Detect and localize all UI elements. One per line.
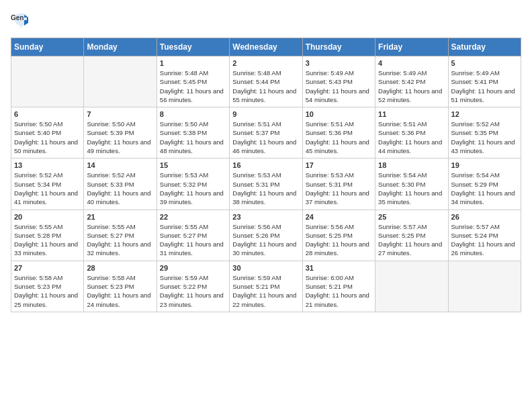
logo: Gen bbox=[11, 11, 32, 30]
calendar-cell: 31 Sunrise: 6:00 AM Sunset: 5:21 PM Dayl… bbox=[302, 261, 375, 312]
day-info: Sunrise: 5:52 AM Sunset: 5:33 PM Dayligh… bbox=[87, 171, 153, 206]
day-number: 23 bbox=[232, 213, 299, 221]
calendar-day-header: Saturday bbox=[448, 38, 521, 56]
calendar-cell bbox=[375, 261, 448, 312]
day-info: Sunrise: 5:50 AM Sunset: 5:40 PM Dayligh… bbox=[14, 120, 81, 155]
day-info: Sunrise: 5:58 AM Sunset: 5:23 PM Dayligh… bbox=[87, 273, 153, 309]
day-number: 20 bbox=[14, 213, 81, 221]
calendar-day-header: Thursday bbox=[302, 38, 375, 56]
day-number: 3 bbox=[306, 59, 372, 67]
calendar-cell: 28 Sunrise: 5:58 AM Sunset: 5:23 PM Dayl… bbox=[84, 261, 157, 312]
calendar-cell: 5 Sunrise: 5:49 AM Sunset: 5:41 PM Dayli… bbox=[448, 56, 521, 107]
day-number: 6 bbox=[14, 110, 81, 118]
calendar-cell bbox=[448, 261, 521, 312]
calendar-cell: 20 Sunrise: 5:55 AM Sunset: 5:28 PM Dayl… bbox=[11, 210, 84, 261]
day-info: Sunrise: 5:51 AM Sunset: 5:36 PM Dayligh… bbox=[378, 120, 445, 155]
calendar-cell: 15 Sunrise: 5:53 AM Sunset: 5:32 PM Dayl… bbox=[157, 158, 229, 210]
calendar-cell: 2 Sunrise: 5:48 AM Sunset: 5:44 PM Dayli… bbox=[230, 56, 302, 107]
day-info: Sunrise: 5:55 AM Sunset: 5:27 PM Dayligh… bbox=[160, 222, 226, 258]
day-number: 9 bbox=[232, 110, 299, 118]
day-number: 2 bbox=[232, 59, 299, 67]
day-info: Sunrise: 5:49 AM Sunset: 5:41 PM Dayligh… bbox=[451, 68, 518, 104]
calendar-cell: 18 Sunrise: 5:54 AM Sunset: 5:30 PM Dayl… bbox=[375, 158, 448, 210]
day-info: Sunrise: 5:56 AM Sunset: 5:26 PM Dayligh… bbox=[232, 222, 299, 258]
day-info: Sunrise: 6:00 AM Sunset: 5:21 PM Dayligh… bbox=[306, 273, 372, 309]
day-number: 21 bbox=[87, 213, 153, 221]
day-number: 18 bbox=[378, 161, 445, 169]
day-number: 30 bbox=[232, 264, 299, 272]
calendar-cell: 16 Sunrise: 5:53 AM Sunset: 5:31 PM Dayl… bbox=[230, 158, 302, 210]
calendar-cell: 26 Sunrise: 5:57 AM Sunset: 5:24 PM Dayl… bbox=[448, 210, 521, 261]
day-info: Sunrise: 5:53 AM Sunset: 5:31 PM Dayligh… bbox=[306, 171, 372, 206]
day-info: Sunrise: 5:49 AM Sunset: 5:42 PM Dayligh… bbox=[378, 68, 445, 104]
day-number: 22 bbox=[160, 213, 226, 221]
day-number: 29 bbox=[160, 264, 226, 272]
day-number: 10 bbox=[306, 110, 372, 118]
day-info: Sunrise: 5:53 AM Sunset: 5:32 PM Dayligh… bbox=[160, 171, 226, 206]
day-number: 13 bbox=[14, 161, 81, 169]
calendar-cell: 27 Sunrise: 5:58 AM Sunset: 5:23 PM Dayl… bbox=[11, 261, 84, 312]
day-info: Sunrise: 5:52 AM Sunset: 5:34 PM Dayligh… bbox=[14, 171, 81, 206]
day-number: 31 bbox=[306, 264, 372, 272]
calendar-cell: 13 Sunrise: 5:52 AM Sunset: 5:34 PM Dayl… bbox=[11, 158, 84, 210]
calendar-day-header: Sunday bbox=[11, 38, 84, 56]
calendar-day-header: Wednesday bbox=[230, 38, 302, 56]
calendar-day-header: Tuesday bbox=[157, 38, 229, 56]
calendar-cell: 23 Sunrise: 5:56 AM Sunset: 5:26 PM Dayl… bbox=[230, 210, 302, 261]
day-info: Sunrise: 5:52 AM Sunset: 5:35 PM Dayligh… bbox=[451, 120, 518, 155]
day-number: 27 bbox=[14, 264, 81, 272]
day-number: 15 bbox=[160, 161, 226, 169]
day-info: Sunrise: 5:56 AM Sunset: 5:25 PM Dayligh… bbox=[306, 222, 372, 258]
calendar-cell: 17 Sunrise: 5:53 AM Sunset: 5:31 PM Dayl… bbox=[302, 158, 375, 210]
calendar-cell: 4 Sunrise: 5:49 AM Sunset: 5:42 PM Dayli… bbox=[375, 56, 448, 107]
day-number: 14 bbox=[87, 161, 153, 169]
calendar-cell bbox=[11, 56, 84, 107]
calendar-cell: 12 Sunrise: 5:52 AM Sunset: 5:35 PM Dayl… bbox=[448, 107, 521, 158]
calendar-cell: 11 Sunrise: 5:51 AM Sunset: 5:36 PM Dayl… bbox=[375, 107, 448, 158]
calendar-day-header: Monday bbox=[84, 38, 157, 56]
calendar-cell: 19 Sunrise: 5:54 AM Sunset: 5:29 PM Dayl… bbox=[448, 158, 521, 210]
day-number: 1 bbox=[160, 59, 226, 67]
day-number: 11 bbox=[378, 110, 445, 118]
day-info: Sunrise: 5:50 AM Sunset: 5:39 PM Dayligh… bbox=[87, 120, 153, 155]
day-info: Sunrise: 5:50 AM Sunset: 5:38 PM Dayligh… bbox=[160, 120, 226, 155]
calendar-cell: 10 Sunrise: 5:51 AM Sunset: 5:36 PM Dayl… bbox=[302, 107, 375, 158]
calendar-cell: 29 Sunrise: 5:59 AM Sunset: 5:22 PM Dayl… bbox=[157, 261, 229, 312]
day-number: 12 bbox=[451, 110, 518, 118]
logo-icon: Gen bbox=[11, 11, 30, 30]
day-number: 24 bbox=[306, 213, 372, 221]
calendar-cell: 3 Sunrise: 5:49 AM Sunset: 5:43 PM Dayli… bbox=[302, 56, 375, 107]
day-info: Sunrise: 5:59 AM Sunset: 5:21 PM Dayligh… bbox=[232, 273, 299, 309]
day-number: 5 bbox=[451, 59, 518, 67]
calendar-day-header: Friday bbox=[375, 38, 448, 56]
day-number: 16 bbox=[232, 161, 299, 169]
calendar-cell: 9 Sunrise: 5:51 AM Sunset: 5:37 PM Dayli… bbox=[230, 107, 302, 158]
day-number: 25 bbox=[378, 213, 445, 221]
day-info: Sunrise: 5:55 AM Sunset: 5:27 PM Dayligh… bbox=[87, 222, 153, 258]
calendar-cell: 24 Sunrise: 5:56 AM Sunset: 5:25 PM Dayl… bbox=[302, 210, 375, 261]
day-info: Sunrise: 5:48 AM Sunset: 5:44 PM Dayligh… bbox=[232, 68, 299, 104]
day-info: Sunrise: 5:59 AM Sunset: 5:22 PM Dayligh… bbox=[160, 273, 226, 309]
day-number: 26 bbox=[451, 213, 518, 221]
day-number: 7 bbox=[87, 110, 153, 118]
day-number: 4 bbox=[378, 59, 445, 67]
day-number: 17 bbox=[306, 161, 372, 169]
day-number: 28 bbox=[87, 264, 153, 272]
day-info: Sunrise: 5:54 AM Sunset: 5:29 PM Dayligh… bbox=[451, 171, 518, 206]
day-info: Sunrise: 5:51 AM Sunset: 5:37 PM Dayligh… bbox=[232, 120, 299, 155]
calendar-cell: 30 Sunrise: 5:59 AM Sunset: 5:21 PM Dayl… bbox=[230, 261, 302, 312]
day-info: Sunrise: 5:55 AM Sunset: 5:28 PM Dayligh… bbox=[14, 222, 81, 258]
calendar-cell: 21 Sunrise: 5:55 AM Sunset: 5:27 PM Dayl… bbox=[84, 210, 157, 261]
calendar-cell: 22 Sunrise: 5:55 AM Sunset: 5:27 PM Dayl… bbox=[157, 210, 229, 261]
day-info: Sunrise: 5:57 AM Sunset: 5:24 PM Dayligh… bbox=[451, 222, 518, 258]
calendar-cell: 1 Sunrise: 5:48 AM Sunset: 5:45 PM Dayli… bbox=[157, 56, 229, 107]
calendar-cell: 6 Sunrise: 5:50 AM Sunset: 5:40 PM Dayli… bbox=[11, 107, 84, 158]
calendar-cell: 14 Sunrise: 5:52 AM Sunset: 5:33 PM Dayl… bbox=[84, 158, 157, 210]
day-info: Sunrise: 5:54 AM Sunset: 5:30 PM Dayligh… bbox=[378, 171, 445, 206]
calendar-cell bbox=[84, 56, 157, 107]
calendar-cell: 8 Sunrise: 5:50 AM Sunset: 5:38 PM Dayli… bbox=[157, 107, 229, 158]
page-header: Gen bbox=[11, 11, 521, 30]
day-info: Sunrise: 5:53 AM Sunset: 5:31 PM Dayligh… bbox=[232, 171, 299, 206]
day-info: Sunrise: 5:58 AM Sunset: 5:23 PM Dayligh… bbox=[14, 273, 81, 309]
calendar-table: SundayMondayTuesdayWednesdayThursdayFrid… bbox=[11, 38, 521, 312]
